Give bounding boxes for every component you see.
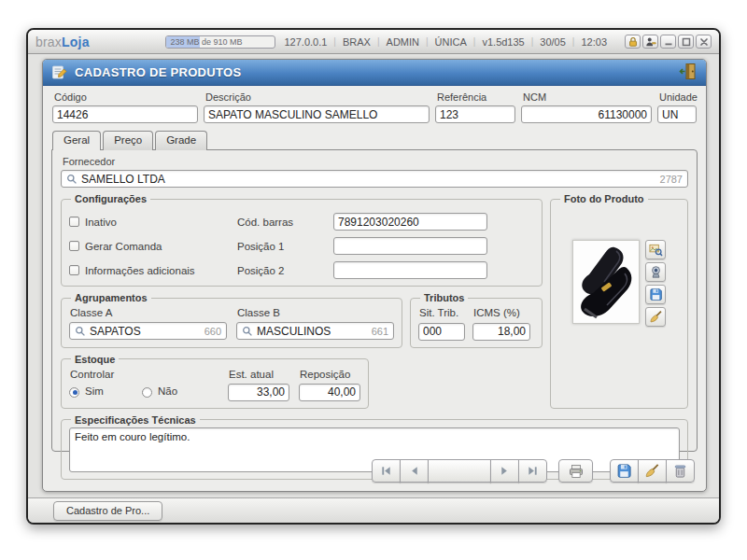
classe-a-label: Classe A xyxy=(70,307,227,318)
memory-gauge: 238 MB de 910 MB xyxy=(165,35,275,49)
reposicao-label: Reposição xyxy=(300,369,360,380)
field-descricao: Descrição xyxy=(204,91,430,123)
classe-a-code: 660 xyxy=(204,326,221,337)
field-codigo: Código xyxy=(52,91,198,123)
classe-b-lookup[interactable]: MASCULINOS 661 xyxy=(236,322,394,340)
broom-icon xyxy=(649,310,663,324)
maximize-button[interactable] xyxy=(678,35,694,49)
ncm-label: NCM xyxy=(523,91,652,103)
next-record-icon xyxy=(499,465,511,477)
last-record-button[interactable] xyxy=(518,459,547,483)
posicao2-input[interactable] xyxy=(333,261,487,279)
referencia-input[interactable] xyxy=(435,105,515,123)
estoque-fieldset: Estoque Controlar Est. atual Reposição S… xyxy=(61,354,369,409)
agrupamentos-tributos-row: Agrupamentos Classe A SAPATOS 660 xyxy=(61,292,543,348)
descricao-label: Descrição xyxy=(205,91,430,103)
fornecedor-lookup[interactable]: SAMELLO LTDA 2787 xyxy=(61,170,688,188)
icms-input[interactable] xyxy=(472,323,530,341)
cod-barras-label: Cód. barras xyxy=(237,217,326,228)
est-atual-input[interactable] xyxy=(228,384,289,401)
field-ncm: NCM xyxy=(521,91,652,123)
radio-nao[interactable]: Não xyxy=(142,384,215,400)
gerar-comanda-checkbox[interactable]: Gerar Comanda xyxy=(69,241,230,252)
foto-search-button[interactable] xyxy=(645,240,666,259)
controlar-radios: Sim Não xyxy=(69,384,218,401)
status-date: 30/05 xyxy=(540,36,566,48)
fornecedor-code: 2787 xyxy=(660,174,683,185)
foto-buttons xyxy=(645,240,666,327)
checkbox-box xyxy=(69,241,79,251)
est-atual-label: Est. atual xyxy=(229,369,289,380)
save-button[interactable] xyxy=(610,459,639,483)
icms-cell: ICMS (%) xyxy=(472,305,530,341)
save-icon xyxy=(616,463,632,479)
clear-button[interactable] xyxy=(638,459,667,483)
agrupamentos-title: Agrupamentos xyxy=(71,292,151,303)
fornecedor-label: Fornecedor xyxy=(63,156,688,167)
posicao2-label: Posição 2 xyxy=(237,265,326,276)
window-controls xyxy=(625,35,712,49)
tributos-title: Tributos xyxy=(420,292,468,303)
status-separator: | xyxy=(473,36,476,47)
classe-b-value: MASCULINOS xyxy=(257,325,331,338)
tab-preco[interactable]: Preço xyxy=(103,131,153,150)
minimize-button[interactable] xyxy=(660,35,676,49)
form-titlebar: CADASTRO DE PRODUTOS xyxy=(43,60,706,86)
sit-trib-input[interactable] xyxy=(418,323,465,341)
gerar-comanda-label: Gerar Comanda xyxy=(85,241,162,252)
informacoes-adicionais-checkbox[interactable]: Informações adicionais xyxy=(69,265,230,276)
image-search-icon xyxy=(649,243,663,257)
posicao1-input[interactable] xyxy=(333,237,487,255)
classe-a-value: SAPATOS xyxy=(90,325,141,338)
foto-webcam-button[interactable] xyxy=(645,262,666,282)
tab-geral[interactable]: Geral xyxy=(52,131,101,150)
status-items: 127.0.0.1| BRAX| ADMIN| ÚNICA| v1.5d135|… xyxy=(284,36,607,48)
inativo-label: Inativo xyxy=(85,217,117,228)
print-button[interactable] xyxy=(558,459,593,483)
inativo-checkbox[interactable]: Inativo xyxy=(69,217,230,228)
left-column: Configurações Inativo Cód. barras Gerar … xyxy=(61,193,543,409)
user-session-button[interactable] xyxy=(642,35,658,49)
taskbar-window-button[interactable]: Cadastro de Pro... xyxy=(53,501,162,521)
informacoes-adicionais-label: Informações adicionais xyxy=(85,265,195,276)
next-record-button[interactable] xyxy=(490,459,519,483)
foto-clear-button[interactable] xyxy=(645,307,666,327)
exit-form-button[interactable] xyxy=(679,63,698,83)
maximize-icon xyxy=(681,36,692,48)
unidade-input[interactable] xyxy=(657,105,697,123)
delete-button[interactable] xyxy=(666,459,695,483)
codigo-input[interactable] xyxy=(52,105,198,123)
estoque-title: Estoque xyxy=(71,354,119,365)
lock-icon xyxy=(627,36,639,48)
tab-grade[interactable]: Grade xyxy=(155,131,207,150)
configuracoes-row: Inativo Cód. barras xyxy=(69,213,534,231)
field-referencia: Referência xyxy=(435,91,515,123)
classe-a-lookup[interactable]: SAPATOS 660 xyxy=(69,322,227,340)
status-separator: | xyxy=(377,36,380,47)
cod-barras-input[interactable] xyxy=(333,213,487,231)
configuracoes-fieldset: Configurações Inativo Cód. barras Gerar … xyxy=(61,193,543,287)
close-icon xyxy=(698,36,710,48)
posicao1-label: Posição 1 xyxy=(237,241,326,252)
icms-label: ICMS (%) xyxy=(473,307,530,318)
first-record-button[interactable] xyxy=(372,459,401,483)
descricao-input[interactable] xyxy=(204,105,430,123)
radio-sim[interactable]: Sim xyxy=(69,384,142,400)
ncm-input[interactable] xyxy=(521,105,652,123)
radio-circle xyxy=(69,387,79,398)
reposicao-input[interactable] xyxy=(299,384,360,401)
search-icon xyxy=(75,326,86,337)
app-logo-suffix: Loja xyxy=(62,35,90,49)
configuracoes-title: Configurações xyxy=(71,193,150,204)
save-icon xyxy=(649,287,663,301)
last-record-icon xyxy=(527,465,539,477)
radio-circle xyxy=(142,387,152,398)
lock-button[interactable] xyxy=(625,35,641,49)
record-toolbar xyxy=(43,452,706,491)
close-button[interactable] xyxy=(696,35,712,49)
previous-record-button[interactable] xyxy=(400,459,429,483)
foto-save-button[interactable] xyxy=(645,285,666,304)
search-icon xyxy=(242,326,253,337)
webcam-icon xyxy=(649,265,663,279)
user-session-icon xyxy=(645,36,656,48)
